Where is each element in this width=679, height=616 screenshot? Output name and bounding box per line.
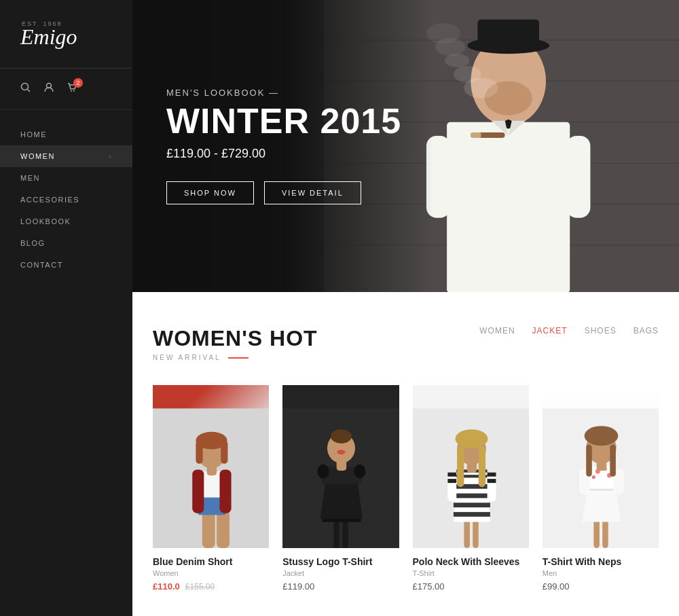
- main-content: MEN'S LOOKBOOK — WINTER 2015 £119.00 - £…: [132, 0, 679, 616]
- tab-bags[interactable]: BAGS: [634, 326, 659, 336]
- svg-point-82: [592, 475, 595, 479]
- svg-rect-89: [610, 445, 616, 477]
- svg-point-3: [71, 90, 72, 92]
- svg-point-47: [318, 465, 329, 479]
- product-price-row-3: £175.00: [413, 581, 529, 592]
- hero-title: WINTER 2015: [166, 103, 401, 139]
- svg-rect-59: [453, 503, 490, 507]
- sidebar-icons: 2: [0, 69, 132, 110]
- product-image-3: [413, 385, 529, 548]
- svg-point-4: [73, 90, 75, 92]
- hero-content: MEN'S LOOKBOOK — WINTER 2015 £119.00 - £…: [132, 88, 435, 204]
- product-price-row-1: £110.0 £155.00: [153, 581, 269, 592]
- svg-rect-44: [334, 518, 340, 548]
- hero-price: £119.00 - £729.00: [166, 147, 401, 161]
- svg-point-90: [584, 426, 618, 446]
- logo-area: EST. 1968 Emigo: [0, 14, 132, 69]
- product-price-1: £110.0: [153, 581, 180, 592]
- cart-badge: 2: [73, 78, 83, 88]
- svg-rect-42: [221, 441, 227, 464]
- svg-line-1: [28, 90, 31, 92]
- tab-women[interactable]: WOMEN: [479, 326, 515, 336]
- svg-rect-72: [457, 446, 464, 487]
- product-price-original-1: £155.00: [185, 582, 215, 592]
- nav-menu: HOME WOMEN › MEN ACCESORIES LOOKBOOK BLO…: [0, 110, 132, 616]
- sidebar-item-women[interactable]: WOMEN ›: [0, 145, 132, 167]
- section-subtitle-row: NEW ARRIVAL: [153, 354, 318, 361]
- shop-now-button[interactable]: ShOP Now: [166, 181, 254, 204]
- svg-rect-69: [487, 479, 496, 483]
- svg-rect-67: [487, 473, 496, 502]
- sidebar-item-accesories[interactable]: ACCESORIES: [0, 189, 132, 211]
- product-category-1: Women: [153, 569, 269, 577]
- product-name-4: T-Shirt With Neps: [543, 556, 659, 567]
- product-name-3: Polo Neck With Sleeves: [413, 556, 529, 567]
- product-category-3: T-Shirt: [413, 569, 529, 577]
- list-item[interactable]: T-Shirt With Neps Men £99.00: [543, 385, 659, 592]
- chevron-right-icon: ›: [109, 153, 112, 160]
- product-price-3: £175.00: [413, 581, 445, 592]
- product-grid: Blue Denim Short Women £110.0 £155.00: [153, 385, 659, 592]
- sidebar-item-home[interactable]: HOME: [0, 124, 132, 145]
- svg-rect-58: [453, 494, 490, 499]
- svg-rect-41: [196, 441, 202, 464]
- svg-rect-13: [447, 122, 570, 292]
- hero-section: MEN'S LOOKBOOK — WINTER 2015 £119.00 - £…: [132, 0, 679, 292]
- tab-shoes[interactable]: SHOES: [585, 326, 617, 336]
- list-item[interactable]: Blue Denim Short Women £110.0 £155.00: [153, 385, 269, 592]
- svg-rect-22: [566, 136, 590, 218]
- sidebar: EST. 1968 Emigo 2 HOME: [0, 0, 132, 616]
- section-header: WOMEN'S HOT NEW ARRIVAL WOMEN JACKET SHO…: [153, 326, 659, 361]
- svg-rect-36: [192, 469, 204, 513]
- list-item[interactable]: Stussy Logo T-Shirt Jacket £119.00: [282, 385, 399, 592]
- sidebar-item-men[interactable]: MEN: [0, 167, 132, 189]
- product-price-4: £99.00: [543, 581, 570, 592]
- category-tabs: WOMEN JACKET SHOES BAGS: [479, 326, 659, 336]
- svg-rect-73: [478, 446, 485, 487]
- cart-icon[interactable]: 2: [67, 82, 77, 96]
- svg-rect-33: [217, 510, 230, 548]
- sidebar-item-lookbook[interactable]: LOOKBOOK: [0, 211, 132, 232]
- list-item[interactable]: Polo Neck With Sleeves T-Shirt £175.00: [413, 385, 529, 592]
- view-detail-button[interactable]: VIEW DETAIL: [264, 181, 361, 204]
- sidebar-item-blog[interactable]: BLOG: [0, 232, 132, 254]
- hero-buttons: ShOP Now VIEW DETAIL: [166, 181, 401, 204]
- product-image-1: [153, 385, 269, 548]
- product-image-2: [282, 385, 399, 548]
- svg-rect-66: [447, 479, 456, 483]
- svg-point-24: [454, 66, 481, 82]
- hero-subtitle: MEN'S LOOKBOOK —: [166, 88, 401, 98]
- svg-point-0: [22, 84, 29, 90]
- section-title-block: WOMEN'S HOT NEW ARRIVAL: [153, 326, 318, 361]
- product-category-4: Men: [543, 569, 659, 577]
- product-name-1: Blue Denim Short: [153, 556, 269, 567]
- svg-rect-68: [487, 473, 496, 477]
- section-title: WOMEN'S HOT: [153, 326, 318, 351]
- svg-rect-29: [471, 132, 481, 138]
- section-subtitle: NEW ARRIVAL: [153, 354, 221, 361]
- svg-point-53: [337, 450, 346, 454]
- user-icon[interactable]: [43, 82, 54, 96]
- svg-rect-65: [447, 473, 456, 477]
- svg-point-51: [331, 429, 352, 443]
- product-price-2: £119.00: [282, 581, 314, 592]
- svg-point-25: [445, 54, 469, 67]
- search-icon[interactable]: [20, 82, 31, 96]
- svg-point-74: [455, 429, 488, 448]
- svg-point-48: [354, 465, 366, 479]
- sidebar-item-contact[interactable]: CONTACT: [0, 254, 132, 276]
- svg-rect-16: [477, 20, 539, 50]
- svg-rect-32: [202, 510, 215, 548]
- product-category-2: Jacket: [282, 569, 399, 577]
- products-section: WOMEN'S HOT NEW ARRIVAL WOMEN JACKET SHO…: [132, 292, 679, 616]
- product-price-row-4: £99.00: [543, 581, 659, 592]
- product-name-2: Stussy Logo T-Shirt: [282, 556, 399, 567]
- svg-rect-60: [453, 512, 490, 517]
- svg-rect-64: [447, 473, 456, 502]
- svg-rect-45: [342, 518, 348, 548]
- tab-jacket[interactable]: JACKET: [532, 326, 568, 336]
- svg-rect-88: [586, 445, 592, 477]
- product-price-row-2: £119.00: [282, 581, 399, 592]
- svg-rect-37: [219, 469, 231, 513]
- logo-text: Emigo: [20, 26, 112, 48]
